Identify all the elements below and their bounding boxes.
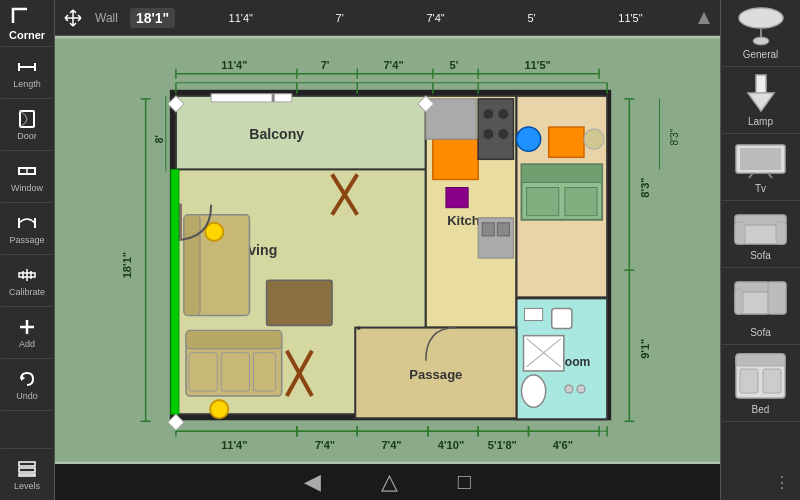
door-tool[interactable]: Door: [1, 99, 53, 151]
undo-tool[interactable]: Undo: [1, 359, 53, 411]
svg-text:5'1'8": 5'1'8": [488, 440, 517, 452]
tv-item[interactable]: Tv: [722, 134, 800, 201]
dim-top-4: 5': [527, 12, 535, 24]
svg-rect-151: [740, 148, 781, 170]
svg-rect-89: [184, 215, 200, 316]
svg-rect-104: [482, 223, 494, 236]
lamp-item[interactable]: Lamp: [722, 67, 800, 134]
svg-rect-16: [19, 468, 35, 472]
wall-label: Wall: [95, 11, 118, 25]
right-panel: General Lamp Tv Sofa Sofa Bed: [720, 0, 800, 500]
move-icon: [63, 8, 83, 28]
arrow-icon: [696, 10, 712, 26]
svg-text:Passage: Passage: [409, 367, 462, 382]
svg-rect-156: [735, 222, 745, 244]
top-bar: Wall 18'1" 11'4" 7' 7'4" 5' 11'5": [55, 0, 720, 36]
svg-text:4'10": 4'10": [438, 440, 464, 452]
tv-label: Tv: [755, 183, 766, 194]
svg-point-100: [483, 129, 493, 139]
options-icon[interactable]: ⋮: [774, 473, 790, 492]
dim-top-1: 11'4": [229, 12, 253, 24]
home-button[interactable]: △: [381, 469, 398, 495]
svg-rect-164: [740, 369, 758, 393]
svg-rect-112: [522, 164, 603, 182]
calibrate-tool[interactable]: Calibrate: [1, 255, 53, 307]
lamp-label: Lamp: [748, 116, 773, 127]
recent-button[interactable]: □: [458, 469, 471, 495]
general-item[interactable]: General: [722, 0, 800, 67]
bed-item[interactable]: Bed: [722, 345, 800, 422]
svg-point-115: [522, 375, 546, 407]
wall-value: 18'1": [130, 8, 175, 28]
sofa2-item[interactable]: Sofa: [722, 268, 800, 345]
add-tool[interactable]: Add: [1, 307, 53, 359]
svg-rect-124: [211, 94, 292, 102]
svg-point-145: [739, 8, 783, 28]
svg-rect-113: [527, 188, 559, 216]
svg-text:11'4": 11'4": [221, 440, 247, 452]
svg-text:18'1": 18'1": [121, 252, 133, 278]
back-button[interactable]: ◀: [304, 469, 321, 495]
svg-text:11'4": 11'4": [221, 59, 247, 71]
svg-rect-105: [497, 223, 509, 236]
passage-tool[interactable]: Passage: [1, 203, 53, 255]
svg-rect-85: [189, 353, 217, 391]
svg-rect-160: [735, 289, 743, 314]
passage-label: Passage: [9, 235, 44, 245]
sofa2-label: Sofa: [750, 327, 771, 338]
svg-marker-149: [748, 93, 774, 111]
svg-point-122: [577, 385, 585, 393]
svg-point-107: [210, 400, 228, 418]
bed-label: Bed: [752, 404, 770, 415]
svg-text:7'4": 7'4": [381, 440, 401, 452]
door-label: Door: [17, 131, 37, 141]
svg-rect-96: [446, 188, 468, 208]
general-label: General: [743, 49, 779, 60]
svg-point-98: [483, 109, 493, 119]
floor-plan-svg[interactable]: 11'4" 7' 7'4" 5' 11'5" 11'4": [55, 36, 720, 464]
bottom-bar: ◀ △ □ ⋮: [55, 464, 720, 500]
svg-rect-86: [221, 353, 249, 391]
svg-rect-97: [478, 99, 513, 159]
length-tool[interactable]: Length: [1, 47, 53, 99]
svg-text:8'3": 8'3": [669, 128, 680, 145]
svg-text:5': 5': [450, 59, 459, 71]
svg-point-106: [205, 223, 223, 241]
svg-rect-161: [768, 282, 786, 314]
svg-rect-123: [357, 327, 360, 330]
svg-text:7'4": 7'4": [315, 440, 335, 452]
sofa1-label: Sofa: [750, 250, 771, 261]
svg-text:11'5": 11'5": [524, 59, 550, 71]
levels-tool[interactable]: Levels: [1, 448, 53, 500]
add-label: Add: [19, 339, 35, 349]
svg-rect-163: [736, 354, 785, 366]
svg-point-108: [516, 127, 540, 151]
dim-top-2: 7': [336, 12, 344, 24]
svg-text:9'1": 9'1": [639, 339, 651, 359]
svg-text:4'6": 4'6": [553, 440, 573, 452]
svg-rect-127: [171, 169, 179, 414]
svg-point-110: [584, 129, 604, 149]
length-label: Length: [13, 79, 41, 89]
svg-rect-109: [549, 127, 584, 157]
svg-rect-87: [253, 353, 275, 391]
sofa1-item[interactable]: Sofa: [722, 201, 800, 268]
svg-rect-114: [565, 188, 597, 216]
calibrate-label: Calibrate: [9, 287, 45, 297]
svg-text:7'4": 7'4": [383, 59, 403, 71]
svg-rect-148: [756, 75, 766, 93]
svg-point-147: [753, 37, 769, 45]
dim-top-5: 11'5": [618, 12, 642, 24]
svg-rect-116: [525, 308, 543, 320]
svg-rect-157: [776, 222, 786, 244]
svg-rect-17: [19, 474, 35, 476]
window-tool[interactable]: Window: [1, 151, 53, 203]
svg-rect-165: [763, 369, 781, 393]
svg-rect-95: [433, 139, 478, 179]
svg-point-121: [565, 385, 573, 393]
svg-rect-15: [19, 462, 35, 466]
floor-plan-container[interactable]: 11'4" 7' 7'4" 5' 11'5" 11'4": [55, 36, 720, 464]
svg-rect-125: [272, 94, 275, 102]
svg-rect-117: [552, 308, 572, 328]
corner-tool[interactable]: Corner: [1, 0, 53, 47]
